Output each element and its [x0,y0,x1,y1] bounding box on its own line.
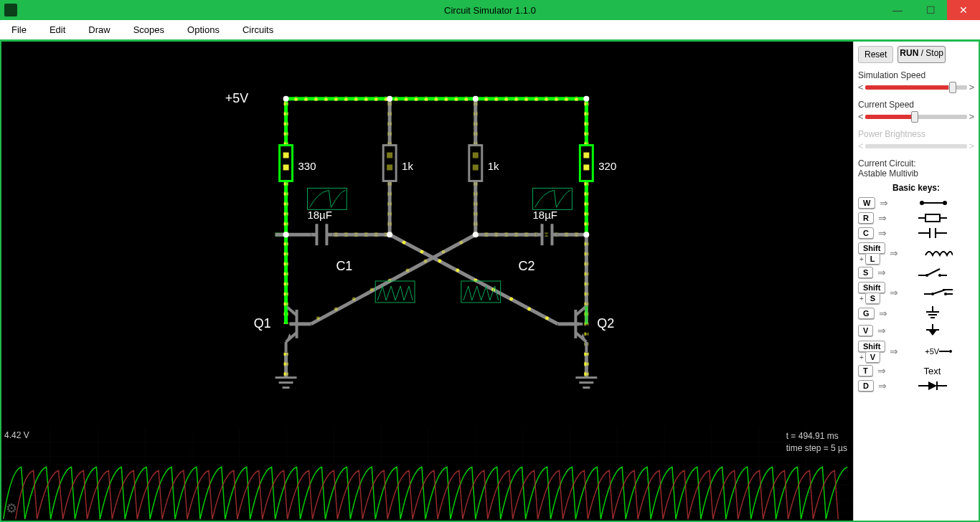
minimize-button[interactable]: — [881,0,914,20]
svg-point-76 [352,297,356,300]
window-controls: — ☐ ✕ [881,0,980,20]
svg-rect-56 [332,232,390,237]
svg-point-63 [438,260,441,263]
component-symbol-switch-open [890,267,974,278]
key-row-t: T⇒Text [858,365,974,376]
component-symbol-diode [891,380,974,392]
arrow-right-icon: ⇒ [878,380,887,392]
reset-button[interactable]: Reset [858,46,893,63]
svg-rect-34 [284,181,288,323]
chevron-left-icon[interactable]: < [858,82,864,92]
component-symbol-switch-closed [903,287,974,298]
gear-icon[interactable]: ⚙ [6,500,17,516]
chevron-right-icon[interactable]: > [969,82,974,92]
run-stop-button[interactable]: RUN / Stop [897,46,946,63]
svg-point-134 [387,96,392,102]
svg-marker-172 [928,381,937,390]
svg-point-65 [473,279,477,283]
current-speed-slider[interactable]: Current Speed < > [858,100,974,122]
svg-point-142 [920,201,924,205]
simulation-speed-slider[interactable]: Simulation Speed < > [858,70,974,92]
svg-point-139 [473,232,479,237]
power-brightness-slider: Power Brightness < > [858,129,974,151]
arrow-right-icon: ⇒ [877,365,886,376]
svg-rect-32 [286,97,587,101]
svg-rect-145 [925,214,940,222]
svg-rect-80 [283,153,289,158]
component-symbol-capacitor [891,227,974,239]
workspace: 330 1k 1k 320 [0,40,980,522]
arrow-right-icon: ⇒ [890,287,898,298]
chevron-right-icon[interactable]: > [969,111,974,122]
svg-rect-84 [387,153,392,158]
svg-rect-38 [584,181,588,234]
svg-text:320: 320 [598,160,616,172]
arrow-right-icon: ⇒ [878,212,887,224]
svg-point-75 [370,288,374,291]
chevron-left-icon: < [858,141,864,151]
svg-point-135 [473,96,479,102]
svg-text:C1: C1 [336,259,352,273]
svg-point-71 [441,250,445,254]
keys-list: W⇒R⇒C⇒Shift+L⇒S⇒Shift+S⇒G⇒V⇒Shift+V⇒+5VT… [858,197,974,392]
svg-text:18µF: 18µF [533,209,557,221]
svg-point-70 [459,241,463,245]
svg-rect-89 [473,164,479,170]
svg-text:C2: C2 [519,259,535,273]
current-circuit-info: Current Circuit: Astable Multivib [858,158,974,179]
scope-time-label: t = 494.91 ms time step = 5 µs [786,430,847,455]
svg-point-73 [406,269,410,272]
canvas-area[interactable]: 330 1k 1k 320 [1,42,853,521]
component-symbol-ground [892,306,974,321]
menu-scopes[interactable]: Scopes [132,22,166,38]
menu-circuits[interactable]: Circuits [241,22,275,38]
svg-rect-92 [583,153,589,158]
menu-draw[interactable]: Draw [87,22,111,38]
component-symbol-resistor [891,213,974,223]
key-row-shift-s: Shift+S⇒ [858,282,974,303]
arrow-right-icon: ⇒ [890,346,898,357]
svg-text:Q1: Q1 [254,316,271,331]
svg-point-170 [949,350,952,353]
svg-rect-60 [584,353,588,378]
arrow-right-icon: ⇒ [890,247,898,259]
key-row-shift-v: Shift+V⇒+5V [858,341,974,361]
svg-point-133 [283,96,289,102]
maximize-button[interactable]: ☐ [914,0,947,20]
svg-point-67 [509,297,513,300]
voltage-source-label[interactable]: +5V [225,91,248,105]
key-row-s: S⇒ [858,267,974,278]
svg-rect-88 [473,153,479,158]
chevron-right-icon: > [969,141,974,151]
key-row-shift-l: Shift+L⇒ [858,242,974,263]
menu-file[interactable]: File [10,22,28,38]
svg-point-77 [334,307,338,310]
svg-point-78 [316,316,320,320]
svg-point-64 [456,269,459,272]
svg-text:1k: 1k [402,160,413,172]
menu-edit[interactable]: Edit [48,22,67,38]
close-button[interactable]: ✕ [947,0,980,20]
svg-rect-57 [476,232,587,237]
component-symbol-inductor [903,248,974,258]
window-title: Circuit Simulator 1.1.0 [444,5,536,16]
svg-point-72 [424,260,428,263]
key-row-v: V⇒ [858,324,974,337]
svg-point-61 [402,241,406,245]
svg-point-74 [388,279,392,283]
svg-point-143 [943,201,947,205]
arrow-right-icon: ⇒ [877,325,886,336]
svg-point-140 [583,232,589,237]
chevron-left-icon[interactable]: < [858,111,864,122]
component-symbol-vsource: +5V [903,346,974,356]
svg-point-62 [420,250,424,254]
component-symbol-ground-simple [890,324,974,337]
svg-text:18µF: 18µF [307,209,331,221]
svg-rect-85 [387,164,392,170]
svg-rect-81 [283,164,289,170]
menu-options[interactable]: Options [186,22,221,38]
key-row-g: G⇒ [858,306,974,321]
svg-point-137 [283,232,289,237]
key-row-c: C⇒ [858,227,974,239]
sidebar: Reset RUN / Stop Simulation Speed < > Cu… [853,42,979,521]
